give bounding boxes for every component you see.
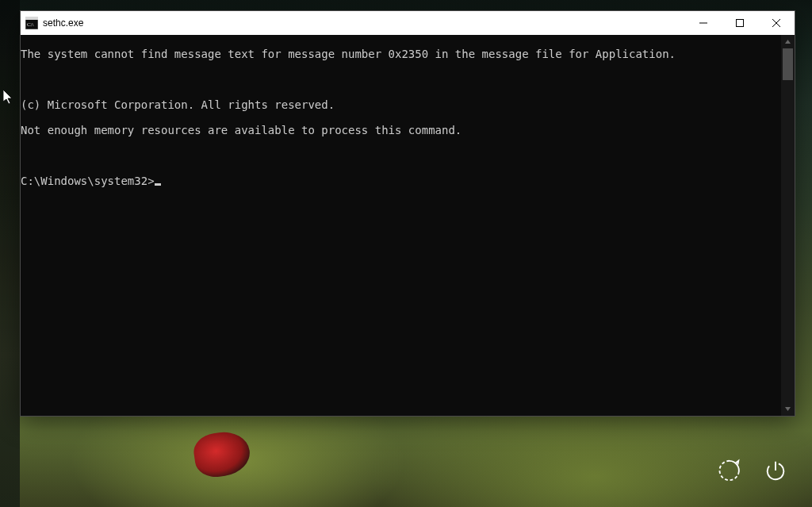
maximize-button[interactable] [722, 11, 758, 35]
background-scenery [0, 0, 20, 507]
text-cursor [155, 183, 161, 186]
svg-rect-3 [737, 20, 744, 27]
console-output[interactable]: The system cannot find message text for … [21, 35, 781, 416]
scrollbar-track[interactable] [781, 48, 795, 402]
console-client-area: The system cannot find message text for … [21, 35, 795, 416]
ease-of-access-button[interactable] [714, 455, 745, 486]
scroll-down-button[interactable] [781, 402, 795, 416]
lockscreen-system-icons [714, 455, 791, 486]
svg-text:C:\: C:\ [27, 21, 34, 28]
console-line: The system cannot find message text for … [21, 48, 781, 60]
desktop-background: C:\ sethc.exe The system cannot find mes… [0, 0, 812, 507]
power-button[interactable] [760, 455, 791, 486]
background-scenery [192, 428, 253, 479]
console-line: (c) Microsoft Corporation. All rights re… [21, 98, 781, 111]
titlebar[interactable]: C:\ sethc.exe [21, 11, 795, 35]
console-line [21, 73, 781, 86]
cmd-icon: C:\ [25, 17, 38, 29]
console-line [21, 149, 781, 162]
window-title: sethc.exe [43, 17, 83, 29]
scroll-up-button[interactable] [781, 35, 795, 48]
console-prompt: C:\Windows\system32> [21, 175, 155, 187]
svg-rect-1 [25, 17, 38, 20]
vertical-scrollbar[interactable] [781, 35, 795, 416]
close-button[interactable] [758, 11, 795, 35]
console-line: Not enough memory resources are availabl… [21, 124, 781, 136]
console-window: C:\ sethc.exe The system cannot find mes… [20, 10, 795, 417]
minimize-button[interactable] [685, 11, 722, 35]
console-prompt-line: C:\Windows\system32> [21, 175, 781, 187]
scrollbar-thumb[interactable] [783, 48, 793, 80]
